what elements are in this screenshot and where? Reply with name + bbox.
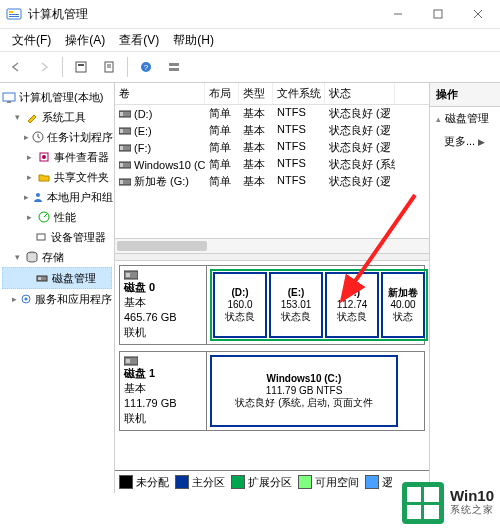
tree-shared-folders[interactable]: ▸共享文件夹 [2,167,112,187]
volume-row[interactable]: (F:)简单基本NTFS状态良好 (逻 [115,139,429,156]
extended-partition-group[interactable]: (D:)160.0状态良(E:)153.01状态良(F:)112.74状态良新加… [210,269,428,341]
device-icon [34,230,48,244]
disk[interactable]: 磁盘 1基本111.79 GB联机Windows10 (C:)111.79 GB… [119,351,425,431]
volume-row[interactable]: 新加卷 (G:)简单基本NTFS状态良好 (逻 [115,173,429,190]
collapse-icon[interactable]: ▾ [12,248,22,266]
refresh-button[interactable] [69,55,93,79]
help-button[interactable]: ? [134,55,158,79]
svg-rect-15 [169,63,179,66]
tree-device-manager[interactable]: 设备管理器 [2,227,112,247]
volume-type: 基本 [239,156,273,173]
volume-fs: NTFS [273,122,325,139]
volume-name: Windows10 (C:) [134,159,205,171]
col-fs[interactable]: 文件系统 [273,83,325,104]
actions-disk-mgmt[interactable]: ▴ 磁盘管理 [430,107,500,130]
disk-graphical-view[interactable]: 磁盘 0基本465.76 GB联机(D:)160.0状态良(E:)153.01状… [115,261,429,470]
volume-layout: 简单 [205,156,239,173]
tree-event-viewer[interactable]: ▸事件查看器 [2,147,112,167]
menu-help[interactable]: 帮助(H) [167,30,220,51]
disk-info[interactable]: 磁盘 0基本465.76 GB联机 [120,266,207,344]
minimize-button[interactable] [378,0,418,28]
menu-view[interactable]: 查看(V) [113,30,165,51]
splitter[interactable] [115,253,429,261]
scrollbar-thumb[interactable] [117,241,207,251]
expand-icon[interactable]: ▸ [24,208,34,226]
expand-icon[interactable]: ▸ [24,148,34,166]
users-icon [32,190,44,204]
partition-size: 160.0 [227,299,252,311]
nav-tree[interactable]: 计算机管理(本地) ▾ 系统工具 ▸任务计划程序 ▸事件查看器 ▸共享文件夹 ▸… [0,83,115,493]
svg-rect-24 [37,234,45,240]
svg-rect-18 [7,101,11,103]
volume-name: (E:) [134,125,152,137]
legend-swatch-primary [175,475,189,489]
volume-row[interactable]: Windows10 (C:)简单基本NTFS状态良好 (系统 [115,156,429,173]
tree-label: 本地用户和组 [47,188,113,206]
disk-state: 联机 [124,411,202,426]
collapse-icon[interactable]: ▾ [12,108,22,126]
volume-row[interactable]: (D:)简单基本NTFS状态良好 (逻 [115,105,429,122]
partition-size: 112.74 [337,299,368,311]
chevron-up-icon: ▴ [436,114,441,124]
col-volume[interactable]: 卷 [115,83,205,104]
forward-button[interactable] [32,55,56,79]
disk[interactable]: 磁盘 0基本465.76 GB联机(D:)160.0状态良(E:)153.01状… [119,265,425,345]
expand-icon[interactable]: ▸ [24,168,34,186]
volume-list[interactable]: 卷 布局 类型 文件系统 状态 (D:)简单基本NTFS状态良好 (逻(E:)简… [115,83,429,253]
svg-rect-31 [120,112,123,116]
tree-task-scheduler[interactable]: ▸任务计划程序 [2,127,112,147]
legend-swatch-free [298,475,312,489]
legend-label: 未分配 [136,475,169,490]
horizontal-scrollbar[interactable] [115,238,429,253]
volume-type: 基本 [239,139,273,156]
expand-icon[interactable]: ▸ [12,290,17,308]
menu-action[interactable]: 操作(A) [59,30,111,51]
tree-label: 存储 [42,248,64,266]
close-button[interactable] [458,0,498,28]
actions-more[interactable]: 更多... ▶ [430,130,500,153]
volume-layout: 简单 [205,105,239,122]
toolbar-separator [127,57,128,77]
back-button[interactable] [4,55,28,79]
tree-services[interactable]: ▸服务和应用程序 [2,289,112,309]
properties-button[interactable] [97,55,121,79]
svg-rect-41 [126,273,130,277]
partition-size: 40.00 [390,299,415,311]
disk-icon: 磁盘 0 [124,270,202,295]
partition[interactable]: 新加卷40.00状态 [381,272,425,338]
tree-performance[interactable]: ▸性能 [2,207,112,227]
tree-disk-management[interactable]: 磁盘管理 [2,267,112,289]
tree-local-users[interactable]: ▸本地用户和组 [2,187,112,207]
partition-title: (F:) [344,287,360,299]
svg-rect-16 [169,68,179,71]
partition[interactable]: (E:)153.01状态良 [269,272,323,338]
tree-storage[interactable]: ▾ 存储 [2,247,112,267]
view-button[interactable] [162,55,186,79]
volume-row[interactable]: (E:)简单基本NTFS状态良好 (逻 [115,122,429,139]
disk-size: 465.76 GB [124,310,202,325]
partition[interactable]: (F:)112.74状态良 [325,272,379,338]
volume-fs: NTFS [273,139,325,156]
col-layout[interactable]: 布局 [205,83,239,104]
disk-info[interactable]: 磁盘 1基本111.79 GB联机 [120,352,207,430]
perf-icon [37,210,51,224]
expand-icon[interactable]: ▸ [24,188,29,206]
tree-root[interactable]: 计算机管理(本地) [2,87,112,107]
partition[interactable]: Windows10 (C:)111.79 GB NTFS状态良好 (系统, 启动… [210,355,398,427]
svg-rect-5 [434,10,442,18]
volume-header[interactable]: 卷 布局 类型 文件系统 状态 [115,83,429,105]
legend-label: 可用空间 [315,475,359,490]
expand-icon[interactable]: ▸ [24,128,29,146]
svg-rect-33 [120,129,123,133]
volume-layout: 简单 [205,139,239,156]
drive-icon [119,143,131,153]
volume-fs: NTFS [273,173,325,190]
maximize-button[interactable] [418,0,458,28]
volume-name: (F:) [134,142,151,154]
col-status[interactable]: 状态 [325,83,395,104]
partition[interactable]: (D:)160.0状态良 [213,272,267,338]
tree-system-tools[interactable]: ▾ 系统工具 [2,107,112,127]
col-type[interactable]: 类型 [239,83,273,104]
main-body: 计算机管理(本地) ▾ 系统工具 ▸任务计划程序 ▸事件查看器 ▸共享文件夹 ▸… [0,83,500,493]
menu-file[interactable]: 文件(F) [6,30,57,51]
